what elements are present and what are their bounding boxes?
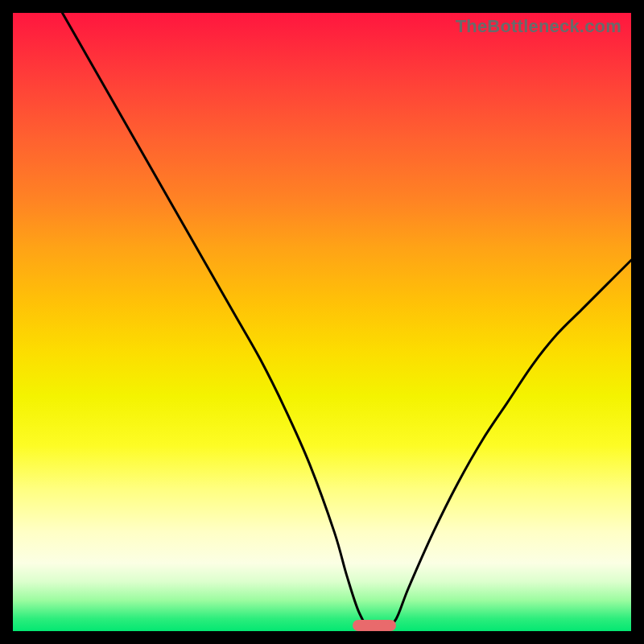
chart-plot-area: TheBottleneck.com: [13, 13, 631, 631]
watermark-text: TheBottleneck.com: [456, 16, 621, 37]
chart-container: TheBottleneck.com: [0, 0, 644, 644]
bottleneck-curve-path: [62, 13, 631, 631]
chart-curve-svg: [13, 13, 631, 631]
chart-marker: [353, 620, 396, 631]
